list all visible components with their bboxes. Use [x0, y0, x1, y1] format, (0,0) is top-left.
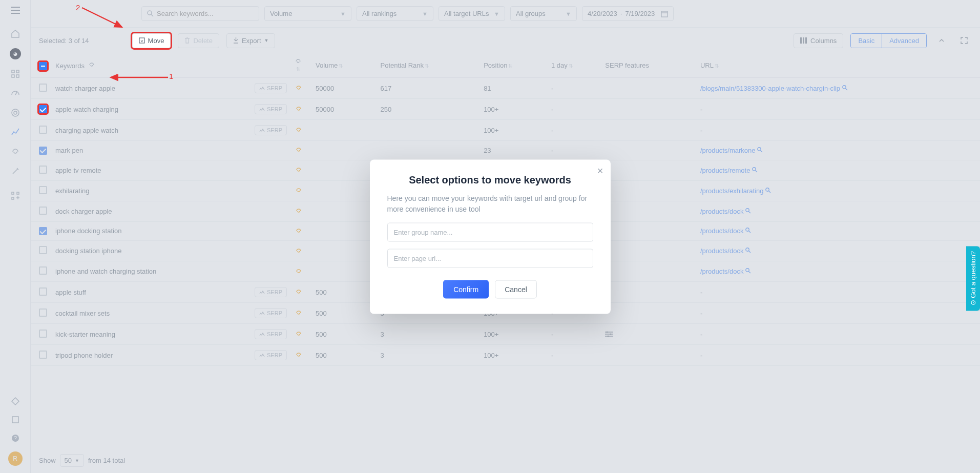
- url-cell: /products/markone: [696, 141, 980, 160]
- svg-point-26: [607, 332, 608, 333]
- modal-desc: Here you can move your keywords with tar…: [387, 193, 593, 214]
- row-checkbox[interactable]: [39, 186, 47, 194]
- serp-button[interactable]: SERP: [255, 329, 287, 339]
- link-icon: [295, 147, 307, 153]
- row-checkbox[interactable]: [39, 287, 47, 296]
- url-link[interactable]: /blogs/main/51383300-apple-watch-chargin…: [700, 85, 840, 92]
- svg-rect-1: [16, 70, 19, 73]
- chart-icon[interactable]: [10, 127, 20, 137]
- cancel-button[interactable]: Cancel: [495, 280, 537, 298]
- row-checkbox[interactable]: [39, 166, 47, 174]
- diamond-icon[interactable]: [10, 396, 20, 406]
- feat-cell: ✂: [601, 160, 696, 180]
- serp-button[interactable]: SERP: [255, 83, 287, 93]
- keyword-cell: dock charger apple: [51, 201, 251, 221]
- url-link[interactable]: /products/dock: [700, 247, 744, 255]
- confirm-button[interactable]: Confirm: [443, 280, 489, 298]
- move-button[interactable]: Move: [132, 33, 171, 48]
- rankings-filter[interactable]: All rankings▼: [357, 6, 433, 21]
- page-url-input[interactable]: [387, 249, 593, 268]
- search-input[interactable]: [141, 6, 259, 21]
- url-link[interactable]: /products/dock: [700, 268, 744, 275]
- url-link[interactable]: /products/remote: [700, 167, 750, 174]
- basic-tab[interactable]: Basic: [851, 34, 882, 48]
- rank-cell: 617: [377, 78, 480, 99]
- delete-button[interactable]: Delete: [178, 33, 219, 48]
- volume-filter[interactable]: Volume▼: [264, 6, 351, 21]
- feedback-tab[interactable]: ⊙ Got a question?: [966, 246, 980, 311]
- row-checkbox[interactable]: [39, 105, 47, 113]
- brand-icon[interactable]: ◕: [10, 48, 21, 59]
- serp-button[interactable]: SERP: [255, 308, 287, 318]
- target-icon[interactable]: [10, 108, 20, 118]
- page-size-select[interactable]: 50 ▼: [60, 454, 84, 467]
- keyword-cell: charging apple watch: [51, 120, 251, 141]
- serp-button[interactable]: SERP: [255, 104, 287, 114]
- date-range[interactable]: 4/20/2023 · 7/19/2023: [582, 6, 674, 21]
- url-link[interactable]: /products/markone: [700, 147, 756, 154]
- serp-button[interactable]: SERP: [255, 125, 287, 135]
- row-checkbox[interactable]: [39, 246, 47, 254]
- col-volume[interactable]: Volume⇅: [311, 53, 377, 78]
- volume-cell: [311, 120, 377, 141]
- collapse-icon[interactable]: [934, 33, 949, 48]
- gauge-icon[interactable]: [10, 88, 20, 98]
- columns-button[interactable]: Columns: [794, 33, 843, 48]
- home-icon[interactable]: [10, 29, 20, 39]
- col-position[interactable]: Position⇅: [479, 53, 547, 78]
- close-icon[interactable]: ×: [597, 164, 603, 176]
- col-serp[interactable]: SERP features: [601, 53, 696, 78]
- menu-icon[interactable]: [10, 5, 20, 15]
- link-icon[interactable]: [10, 147, 20, 157]
- search-icon[interactable]: [842, 85, 848, 92]
- col-url[interactable]: URL⇅: [696, 53, 980, 78]
- row-checkbox[interactable]: [39, 147, 47, 155]
- search-field[interactable]: [157, 10, 254, 17]
- modal-title: Select options to move keywords: [387, 174, 593, 186]
- book-icon[interactable]: [10, 415, 20, 425]
- row-checkbox[interactable]: [39, 84, 47, 92]
- fullscreen-icon[interactable]: [956, 33, 972, 48]
- row-checkbox[interactable]: [39, 351, 47, 359]
- search-icon[interactable]: [765, 187, 771, 195]
- search-icon[interactable]: [757, 147, 763, 154]
- wand-icon[interactable]: [10, 166, 20, 176]
- apps-icon[interactable]: [10, 191, 20, 201]
- urls-filter[interactable]: All target URLs▼: [439, 6, 505, 21]
- row-checkbox[interactable]: [39, 126, 47, 134]
- url-cell: -: [696, 345, 980, 366]
- row-checkbox[interactable]: [39, 207, 47, 215]
- move-modal: × Select options to move keywords Here y…: [370, 159, 611, 314]
- help-icon[interactable]: ?: [10, 433, 20, 443]
- day-cell: -: [547, 141, 601, 160]
- url-link[interactable]: /products/exhilarating: [700, 187, 764, 195]
- url-link[interactable]: /products/dock: [700, 208, 744, 215]
- row-checkbox[interactable]: [39, 309, 47, 317]
- svg-rect-2: [12, 75, 14, 77]
- search-icon[interactable]: [745, 247, 751, 255]
- serp-button[interactable]: SERP: [255, 350, 287, 360]
- search-icon[interactable]: [745, 268, 751, 275]
- avatar[interactable]: R: [8, 451, 23, 466]
- row-checkbox[interactable]: [39, 227, 47, 235]
- group-name-input[interactable]: [387, 222, 593, 241]
- col-day[interactable]: 1 day⇅: [547, 53, 601, 78]
- keyword-cell: iphone docking station: [51, 221, 251, 241]
- search-icon[interactable]: [745, 208, 751, 215]
- search-icon[interactable]: [745, 227, 751, 235]
- table-row: tripod phone holder SERP 500 3 100+ - -: [31, 345, 980, 366]
- volume-cell: 50000: [311, 99, 377, 120]
- advanced-tab[interactable]: Advanced: [882, 34, 926, 48]
- row-checkbox[interactable]: [39, 266, 47, 275]
- sliders-icon: [605, 331, 692, 337]
- url-cell: -: [696, 282, 980, 303]
- search-icon[interactable]: [752, 167, 758, 174]
- groups-filter[interactable]: All groups▼: [510, 6, 577, 21]
- export-button[interactable]: Export ▼: [226, 33, 276, 48]
- grid-icon[interactable]: [10, 69, 20, 79]
- row-checkbox[interactable]: [39, 330, 47, 338]
- col-rank[interactable]: Potential Rank⇅: [377, 53, 480, 78]
- serp-button[interactable]: SERP: [255, 287, 287, 297]
- url-link[interactable]: /products/dock: [700, 227, 744, 235]
- select-all-checkbox[interactable]: [39, 62, 47, 70]
